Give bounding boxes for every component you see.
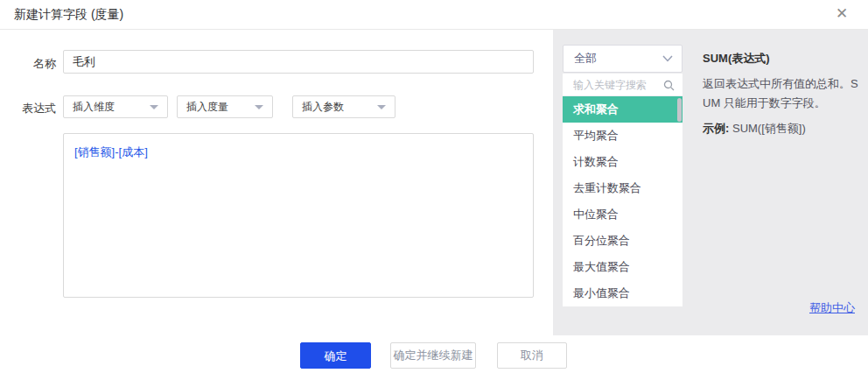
insert-param-label: 插入参数 [302, 101, 344, 113]
function-item-sum[interactable]: 求和聚合 [563, 96, 682, 123]
function-example-label: 示例: [703, 122, 729, 135]
function-panel: 全部 求和聚合 平均聚合 计数聚合 去重计数聚合 中位聚合 百分位聚合 最大值聚… [553, 30, 868, 335]
help-center-link[interactable]: 帮助中心 [809, 300, 855, 316]
function-list: 求和聚合 平均聚合 计数聚合 去重计数聚合 中位聚合 百分位聚合 最大值聚合 最… [563, 74, 682, 306]
function-item-percentile[interactable]: 百分位聚合 [563, 228, 682, 254]
function-item-median[interactable]: 中位聚合 [563, 201, 682, 228]
function-item-avg[interactable]: 平均聚合 [563, 123, 682, 149]
function-signature: SUM(表达式) [703, 51, 864, 67]
caret-down-icon [150, 105, 158, 109]
function-detail: SUM(表达式) 返回表达式中所有值的总和。SUM 只能用于数字字段。 示例: … [703, 51, 864, 137]
name-label: 名称 [0, 56, 56, 72]
insert-param-dropdown[interactable]: 插入参数 [292, 95, 396, 118]
scrollbar-thumb[interactable] [677, 98, 682, 122]
caret-down-icon [377, 105, 386, 109]
insert-dimension-dropdown[interactable]: 插入维度 [63, 95, 168, 118]
search-icon [663, 80, 675, 91]
expression-label: 表达式 [0, 101, 56, 116]
confirm-and-continue-button[interactable]: 确定并继续新建 [390, 342, 476, 369]
function-item-count[interactable]: 计数聚合 [563, 149, 682, 175]
insert-dimension-label: 插入维度 [73, 101, 115, 113]
function-item-min[interactable]: 最小值聚合 [563, 280, 682, 306]
function-search [563, 74, 682, 96]
function-item-max[interactable]: 最大值聚合 [563, 254, 682, 280]
cancel-button[interactable]: 取消 [497, 342, 567, 369]
caret-down-icon [255, 105, 263, 109]
function-example: 示例: SUM([销售额]) [703, 121, 864, 137]
function-item-count-distinct[interactable]: 去重计数聚合 [563, 175, 682, 201]
confirm-button[interactable]: 确定 [300, 342, 371, 369]
function-example-value: SUM([销售额]) [729, 122, 805, 135]
function-description: 返回表达式中所有值的总和。SUM 只能用于数字字段。 [703, 74, 864, 113]
category-select[interactable]: 全部 [563, 45, 682, 73]
category-select-value: 全部 [574, 52, 597, 65]
close-icon[interactable]: ✕ [833, 4, 850, 25]
new-calculated-field-dialog: 新建计算字段 (度量) ✕ 名称 表达式 插入维度 插入度量 插入参数 [销售额… [0, 0, 868, 373]
dialog-title: 新建计算字段 (度量) [14, 7, 123, 23]
expression-text: [销售额]-[成本] [74, 145, 148, 158]
expression-editor[interactable]: [销售额]-[成本] [63, 133, 534, 298]
name-input[interactable] [63, 50, 534, 74]
insert-measure-dropdown[interactable]: 插入度量 [177, 95, 273, 118]
chevron-down-icon [662, 55, 673, 62]
insert-measure-label: 插入度量 [186, 101, 228, 113]
